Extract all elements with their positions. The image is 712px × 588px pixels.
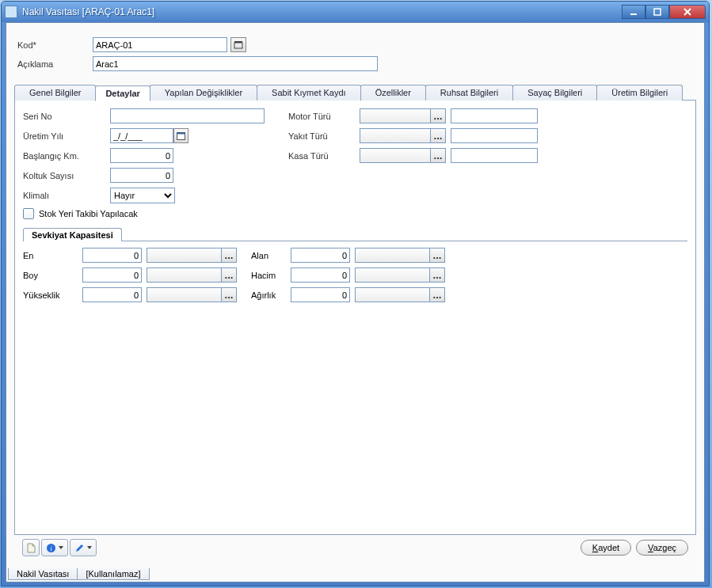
yakit-turu-lookup-button[interactable]: ... (431, 128, 446, 143)
en-unit-lookup-button[interactable]: ... (222, 248, 237, 263)
tab-body-detaylar: Seri No Üretim Yılı Başlangıç Km. (14, 100, 696, 535)
app-icon (5, 6, 17, 18)
footer-tab-nakil-vasitasi[interactable]: Nakil Vasıtası (8, 568, 78, 580)
minimize-button[interactable] (622, 5, 645, 19)
calendar-button[interactable] (173, 128, 188, 143)
boy-unit-lookup-button[interactable]: ... (222, 267, 237, 283)
uretim-yili-input[interactable] (110, 128, 173, 143)
yakit-turu-desc[interactable] (451, 128, 538, 143)
alan-unit-lookup-button[interactable]: ... (430, 248, 445, 263)
boy-label: Boy (23, 271, 82, 280)
aciklama-label: Açıklama (17, 59, 93, 69)
en-unit-input[interactable] (147, 248, 222, 263)
uretim-yili-label: Üretim Yılı (23, 131, 110, 141)
baslangic-km-input[interactable] (110, 148, 173, 163)
vazgec-button[interactable]: Vazgeç (636, 540, 688, 556)
kasa-turu-input[interactable] (360, 148, 431, 163)
close-button[interactable] (669, 5, 706, 19)
stok-takip-checkbox[interactable] (23, 208, 34, 219)
svg-rect-4 (234, 43, 242, 48)
yakit-turu-label: Yakıt Türü (288, 131, 360, 141)
hacim-input[interactable] (291, 267, 350, 283)
motor-turu-input[interactable] (360, 108, 431, 123)
seri-no-input[interactable] (110, 108, 265, 123)
tab-uretim-bilgileri[interactable]: Üretim Bilgileri (596, 85, 683, 101)
hacim-label: Hacim (251, 271, 291, 280)
tab-sayac-bilgileri[interactable]: Sayaç Bilgileri (512, 85, 597, 101)
koltuk-sayisi-input[interactable] (110, 168, 173, 183)
hacim-unit-lookup-button[interactable]: ... (430, 267, 445, 283)
stok-takip-label: Stok Yeri Takibi Yapılacak (39, 209, 138, 218)
yukseklik-input[interactable] (82, 287, 142, 302)
tab-detaylar[interactable]: Detaylar (95, 85, 150, 101)
agirlik-unit-lookup-button[interactable]: ... (430, 287, 445, 302)
boy-unit-input[interactable] (147, 267, 222, 283)
baslangic-km-label: Başlangıç Km. (23, 151, 110, 161)
koltuk-sayisi-label: Koltuk Sayısı (23, 171, 110, 180)
svg-rect-7 (177, 133, 185, 135)
kod-input[interactable] (93, 37, 227, 52)
info-tool-button[interactable]: i (41, 539, 68, 556)
kasa-turu-desc[interactable] (451, 148, 538, 163)
chevron-down-icon (87, 546, 92, 549)
titlebar: Nakil Vasıtası [ARAÇ-01 Arac1] (2, 2, 709, 22)
klimali-select[interactable]: Hayır (110, 188, 175, 203)
yakit-turu-input[interactable] (360, 128, 431, 143)
tab-ozellikler[interactable]: Özellikler (360, 85, 426, 101)
yukseklik-unit-input[interactable] (147, 287, 222, 302)
chevron-down-icon (59, 546, 63, 549)
kasa-turu-lookup-button[interactable]: ... (431, 148, 446, 163)
sevkiyat-kapasitesi-header: Sevkiyat Kapasitesi (23, 228, 122, 241)
tab-ruhsat-bilgileri[interactable]: Ruhsat Bilgileri (425, 85, 513, 101)
seri-no-label: Seri No (23, 112, 110, 121)
motor-turu-label: Motor Türü (288, 112, 360, 121)
agirlik-unit-input[interactable] (355, 287, 430, 302)
alan-input[interactable] (291, 248, 350, 263)
edit-tool-button[interactable] (70, 539, 97, 556)
yukseklik-unit-lookup-button[interactable]: ... (222, 287, 237, 302)
alan-unit-input[interactable] (355, 248, 430, 263)
kod-label: Kod* (17, 40, 93, 50)
svg-rect-1 (654, 9, 661, 15)
document-tool-button[interactable] (22, 539, 40, 556)
kaydet-button[interactable]: Kaydet (581, 540, 631, 556)
alan-label: Alan (251, 251, 291, 260)
tab-yapilan-degisiklikler[interactable]: Yapılan Değişiklikler (150, 85, 257, 101)
maximize-button[interactable] (645, 5, 669, 19)
en-label: En (23, 251, 82, 260)
window-title: Nakil Vasıtası [ARAÇ-01 Arac1] (22, 6, 154, 17)
motor-turu-desc[interactable] (451, 108, 538, 123)
yukseklik-label: Yükseklik (23, 290, 82, 300)
svg-rect-5 (234, 41, 242, 43)
footer-tab-kullanilamaz[interactable]: [Kullanılamaz] (77, 568, 149, 580)
motor-turu-lookup-button[interactable]: ... (431, 108, 446, 123)
aciklama-input[interactable] (93, 56, 378, 71)
kod-picker-button[interactable] (230, 37, 246, 52)
agirlik-input[interactable] (291, 287, 350, 302)
tab-sabit-kiymet-kaydi[interactable]: Sabit Kıymet Kaydı (257, 85, 361, 101)
app-window: Nakil Vasıtası [ARAÇ-01 Arac1] Kod* (1, 1, 710, 586)
hacim-unit-input[interactable] (355, 267, 430, 283)
en-input[interactable] (82, 248, 142, 263)
boy-input[interactable] (82, 267, 142, 283)
kasa-turu-label: Kasa Türü (288, 151, 360, 161)
agirlik-label: Ağırlık (251, 290, 291, 300)
klimali-label: Klimalı (23, 191, 110, 200)
tab-strip: Genel Bilgiler Detaylar Yapılan Değişikl… (14, 85, 696, 101)
tab-genel-bilgiler[interactable]: Genel Bilgiler (14, 85, 96, 101)
